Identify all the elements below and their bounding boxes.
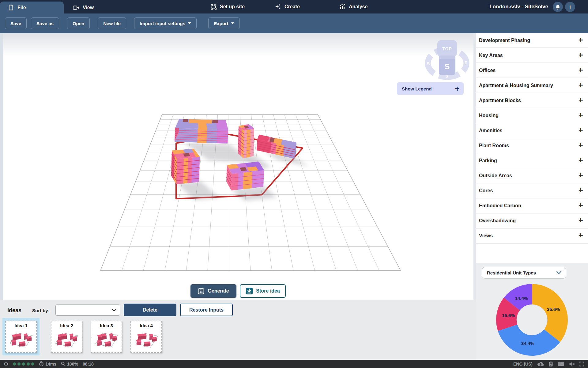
panel-housing[interactable]: Housing+ [476,108,588,123]
chart-type-select[interactable]: Residential Unit Types [482,267,566,278]
panel-key-areas[interactable]: Key Areas+ [476,48,588,63]
residential-unit-types-donut-chart: 35.6%34.4%15.6%14.4% [484,280,579,358]
3d-viewport[interactable] [3,33,473,300]
panel-plant-rooms[interactable]: Plant Rooms+ [476,138,588,153]
info-button[interactable]: i [565,2,575,12]
donut-segment[interactable] [532,284,568,342]
menu-analyse-label: Analyse [349,4,368,10]
panel-label: Embodied Carbon [479,203,521,209]
tab-view-label: View [83,5,94,10]
chevron-down-icon [188,22,191,24]
info-icon: i [569,4,571,10]
menu-create[interactable]: Create [275,0,300,13]
health-dots [13,362,34,366]
expand-plus-icon[interactable]: + [579,156,583,164]
tab-file-label: File [17,5,26,10]
restore-inputs-button[interactable]: Restore Inputs [180,304,233,316]
menu-set-up-site-label: Set up site [220,4,245,10]
save-as-button[interactable]: Save as [31,17,59,29]
idea-card-3[interactable]: Idea 3 [91,321,122,353]
keyboard-icon[interactable] [558,362,564,366]
idea-card-4[interactable]: Idea 4 [130,321,162,353]
expand-plus-icon[interactable]: + [579,186,583,194]
fullscreen-icon[interactable] [579,362,584,366]
panel-outside-areas[interactable]: Outside Areas+ [476,168,588,183]
latency-value: 14ms [45,362,56,366]
tab-file[interactable]: File [0,2,64,13]
expand-plus-icon[interactable]: + [579,216,583,224]
delete-button[interactable]: Delete [124,304,176,316]
export-dropdown[interactable]: Export [208,17,240,29]
viewport-left-edge [0,33,3,300]
panel-label: Views [479,233,493,239]
navcube-top-label: TOP [442,46,452,51]
expand-plus-icon[interactable]: + [579,66,583,74]
idea-card-1[interactable]: Idea 1 [5,321,37,353]
import-input-settings-dropdown[interactable]: Import input settings [134,17,197,29]
new-file-button[interactable]: New file [98,17,126,29]
panel-amenities[interactable]: Amenities+ [476,123,588,138]
magnifier-icon [61,362,66,366]
expand-plus-icon[interactable]: + [579,36,583,44]
panel-views[interactable]: Views+ [476,228,588,243]
navcube-west-label: W [427,61,431,66]
navigation-cube[interactable]: W E S TOP S [425,39,469,81]
expand-plus-icon[interactable]: + [579,81,583,89]
panel-overshadowing[interactable]: Overshadowing+ [476,213,588,228]
chevron-down-icon [556,271,561,274]
donut-label: 35.6% [547,307,560,312]
gear-icon[interactable]: ⚙ [4,361,8,367]
donut-label: 15.6% [502,313,515,318]
cloud-upload-icon[interactable] [537,362,544,366]
health-dot [17,362,21,366]
panel-development-phasing[interactable]: Development Phasing+ [476,33,588,48]
panel-parking[interactable]: Parking+ [476,153,588,168]
dice-icon [198,288,204,294]
store-idea-button[interactable]: Store idea [240,284,286,298]
expand-plus-icon[interactable]: + [579,96,583,104]
panel-label: Offices [479,68,496,73]
idea-card-2[interactable]: Idea 2 [51,321,82,353]
panel-embodied-carbon[interactable]: Embodied Carbon+ [476,198,588,213]
panel-offices[interactable]: Offices+ [476,63,588,78]
expand-plus-icon[interactable]: + [579,141,583,149]
open-button[interactable]: Open [67,17,90,29]
chart-section: Residential Unit Types 35.6%34.4%15.6%14… [476,263,588,360]
clipboard-sync-icon[interactable] [548,361,553,367]
notifications-button[interactable] [553,2,563,12]
panel-label: Amenities [479,128,502,133]
menu-analyse[interactable]: Analyse [339,0,368,13]
sort-by-select[interactable] [55,305,120,316]
expand-plus-icon[interactable]: + [579,126,583,134]
panel-label: Apartment Blocks [479,98,521,103]
panel-cores[interactable]: Cores+ [476,183,588,198]
language-indicator[interactable]: ENG (US) [513,362,533,366]
expand-plus-icon[interactable]: + [579,171,583,179]
plus-icon: + [455,85,459,93]
chevron-down-icon [231,22,234,24]
expand-plus-icon[interactable]: + [579,201,583,209]
show-legend-button[interactable]: Show Legend + [397,82,464,95]
idea-thumbnail [93,328,120,348]
ideas-title: Ideas [7,307,21,314]
panel-apartment-housing-summary[interactable]: Apartment & Housing Summary+ [476,78,588,93]
menu-set-up-site[interactable]: Set up site [211,0,245,13]
donut-label: 14.4% [515,296,528,301]
file-toolbar: Save Save as Open New file Import input … [0,13,588,33]
show-legend-label: Show Legend [402,86,432,91]
health-dot [27,362,30,366]
selected-idea-highlight: Idea 1 [2,318,40,355]
idea-thumbnail [133,328,160,348]
panel-label: Housing [479,113,499,118]
save-button[interactable]: Save [5,17,27,29]
expand-plus-icon[interactable]: + [579,51,583,59]
speaker-muted-icon[interactable] [569,362,575,366]
tab-view[interactable]: View [67,2,100,13]
expand-plus-icon[interactable]: + [579,111,583,119]
panel-apartment-blocks[interactable]: Apartment Blocks+ [476,93,588,108]
expand-plus-icon[interactable]: + [579,231,583,239]
idea-card-label: Idea 2 [60,323,73,328]
idea-card-label: Idea 4 [140,323,153,328]
sparkles-icon [275,4,281,10]
generate-button[interactable]: Generate [190,284,236,298]
